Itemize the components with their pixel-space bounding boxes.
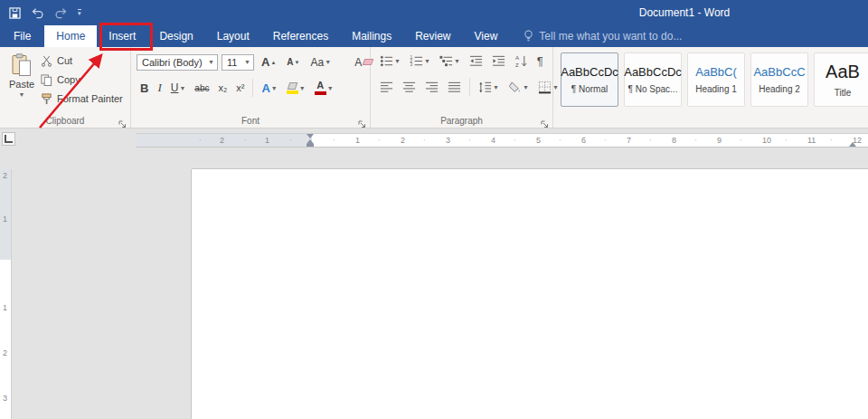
bullets-button[interactable]: ▼ bbox=[376, 52, 404, 70]
line-spacing-button[interactable]: ▼ bbox=[475, 79, 503, 96]
svg-text:Z: Z bbox=[515, 62, 519, 68]
increase-indent-button[interactable] bbox=[488, 52, 509, 70]
copy-icon bbox=[41, 74, 52, 86]
dialog-launcher-icon bbox=[541, 120, 549, 129]
ruler-mark: 8 bbox=[672, 135, 676, 146]
ruler-mark: · bbox=[785, 135, 788, 146]
copy-button[interactable]: Copy bbox=[41, 72, 123, 87]
word-window: ▾ Document1 - Word File Home Insert Desi… bbox=[0, 0, 868, 419]
change-case-button[interactable]: Aa▼ bbox=[307, 54, 335, 71]
style-title[interactable]: AaB Title bbox=[814, 52, 868, 107]
save-button[interactable] bbox=[9, 7, 21, 19]
format-painter-button[interactable]: Format Painter bbox=[41, 91, 123, 106]
paragraph-separator bbox=[469, 78, 470, 96]
dialog-launcher-icon bbox=[358, 120, 366, 129]
paste-icon bbox=[12, 53, 32, 77]
style-heading-1[interactable]: AaBbC( Heading 1 bbox=[687, 52, 745, 107]
first-line-indent-marker[interactable] bbox=[307, 134, 314, 138]
subscript-button[interactable]: x₂ bbox=[214, 81, 231, 95]
paste-dropdown-icon: ▼ bbox=[19, 91, 25, 98]
multilevel-list-button[interactable]: ▼ bbox=[436, 52, 464, 70]
align-right-button[interactable] bbox=[421, 79, 442, 96]
ruler-mark: 2 bbox=[3, 348, 7, 357]
paragraph-group: ▼ 123 ▼ ▼ AZ ¶ bbox=[371, 47, 553, 128]
font-color-button[interactable]: A ▼ bbox=[311, 79, 337, 97]
tab-review[interactable]: Review bbox=[403, 25, 462, 47]
ruler-mark: 4 bbox=[491, 135, 495, 146]
font-color-dropdown-icon: ▼ bbox=[327, 85, 334, 91]
decrease-indent-button[interactable] bbox=[466, 52, 486, 70]
svg-text:3: 3 bbox=[410, 62, 412, 67]
paragraph-dialog-launcher[interactable] bbox=[541, 116, 550, 125]
paragraph-row-1: ▼ 123 ▼ ▼ AZ ¶ bbox=[376, 52, 547, 70]
font-color-label: A bbox=[316, 81, 324, 90]
font-name-combo[interactable]: Calibri (Body) ▼ bbox=[137, 54, 218, 71]
tab-references[interactable]: References bbox=[261, 25, 340, 47]
show-paragraph-marks-button[interactable]: ¶ bbox=[533, 53, 547, 69]
font-size-value: 11 bbox=[227, 57, 241, 68]
tab-home[interactable]: Home bbox=[44, 25, 97, 47]
tab-view[interactable]: View bbox=[463, 25, 510, 47]
left-indent-marker[interactable] bbox=[307, 144, 314, 147]
paste-label: Paste bbox=[9, 79, 34, 90]
tab-layout[interactable]: Layout bbox=[205, 25, 261, 47]
tab-stop-selector[interactable] bbox=[2, 132, 15, 146]
numbering-button[interactable]: 123 ▼ bbox=[406, 52, 434, 70]
align-center-button[interactable] bbox=[399, 79, 420, 96]
bold-button[interactable]: B bbox=[137, 80, 152, 97]
shrink-font-icon: ▼ bbox=[295, 60, 300, 65]
redo-button[interactable] bbox=[54, 7, 68, 19]
style-preview: AaBbCcDc bbox=[624, 65, 682, 79]
ruler-mark: · bbox=[244, 135, 247, 146]
change-case-label: Aa bbox=[311, 56, 325, 69]
undo-button[interactable] bbox=[31, 7, 44, 19]
styles-gallery: AaBbCcDc ¶ Normal AaBbCcDc ¶ No Spac... … bbox=[561, 52, 868, 107]
style-heading-2[interactable]: AaBbCcC Heading 2 bbox=[750, 52, 808, 107]
font-size-combo[interactable]: 11 ▼ bbox=[222, 54, 254, 71]
cut-button[interactable]: Cut bbox=[41, 53, 123, 68]
copy-label: Copy bbox=[57, 74, 80, 85]
underline-button[interactable]: U▼ bbox=[167, 80, 190, 96]
clipboard-dialog-launcher[interactable] bbox=[118, 116, 127, 125]
paragraph-row-2: ▼ ▼ ▼ bbox=[376, 78, 562, 96]
shading-button[interactable]: ▼ bbox=[505, 79, 533, 96]
tab-design[interactable]: Design bbox=[147, 25, 204, 47]
ruler-mark: 2 bbox=[220, 135, 224, 146]
customize-quick-access-button[interactable]: ▾ bbox=[78, 9, 81, 16]
clipboard-group-label: Clipboard bbox=[0, 116, 130, 126]
save-icon bbox=[9, 7, 21, 19]
sort-button[interactable]: AZ bbox=[511, 52, 532, 70]
styles-group: AaBbCcDc ¶ Normal AaBbCcDc ¶ No Spac... … bbox=[553, 47, 868, 128]
superscript-button[interactable]: x² bbox=[232, 81, 248, 95]
shrink-font-button[interactable]: A▼ bbox=[283, 55, 303, 69]
paragraph-group-label: Paragraph bbox=[371, 116, 552, 126]
style-no-spacing[interactable]: AaBbCcDc ¶ No Spac... bbox=[624, 52, 682, 107]
strikethrough-button[interactable]: abc bbox=[191, 81, 212, 95]
tab-mailings[interactable]: Mailings bbox=[340, 25, 403, 47]
grow-font-button[interactable]: A▲ bbox=[258, 53, 279, 71]
vertical-ruler[interactable]: 21123 bbox=[0, 169, 12, 419]
paste-button[interactable]: Paste ▼ bbox=[5, 52, 39, 115]
highlight-button[interactable]: ▼ bbox=[283, 81, 309, 96]
ruler-mark: 9 bbox=[717, 135, 722, 146]
ruler-mark: · bbox=[740, 135, 742, 146]
tab-file[interactable]: File bbox=[0, 25, 44, 47]
italic-button[interactable]: I bbox=[154, 79, 165, 97]
tell-me-box[interactable]: Tell me what you want to do... bbox=[524, 25, 682, 47]
ruler-mark: 1 bbox=[3, 214, 7, 224]
horizontal-ruler[interactable]: 21123456789101112··············· bbox=[136, 133, 868, 148]
font-dialog-launcher[interactable] bbox=[358, 116, 367, 125]
justify-button[interactable] bbox=[444, 79, 465, 96]
style-preview: AaBbCcC bbox=[753, 65, 805, 79]
text-effects-button[interactable]: A▼ bbox=[258, 80, 280, 97]
document-page[interactable] bbox=[192, 169, 868, 419]
svg-text:A: A bbox=[515, 54, 520, 61]
underline-dropdown-icon: ▼ bbox=[179, 85, 185, 91]
style-name: Heading 1 bbox=[695, 84, 737, 94]
ruler-mark: 2 bbox=[401, 135, 405, 146]
underline-label: U bbox=[171, 81, 179, 94]
style-normal[interactable]: AaBbCcDc ¶ Normal bbox=[561, 52, 618, 107]
font-color-icon: A bbox=[315, 81, 326, 95]
redo-icon bbox=[54, 7, 68, 19]
align-left-button[interactable] bbox=[376, 79, 397, 96]
